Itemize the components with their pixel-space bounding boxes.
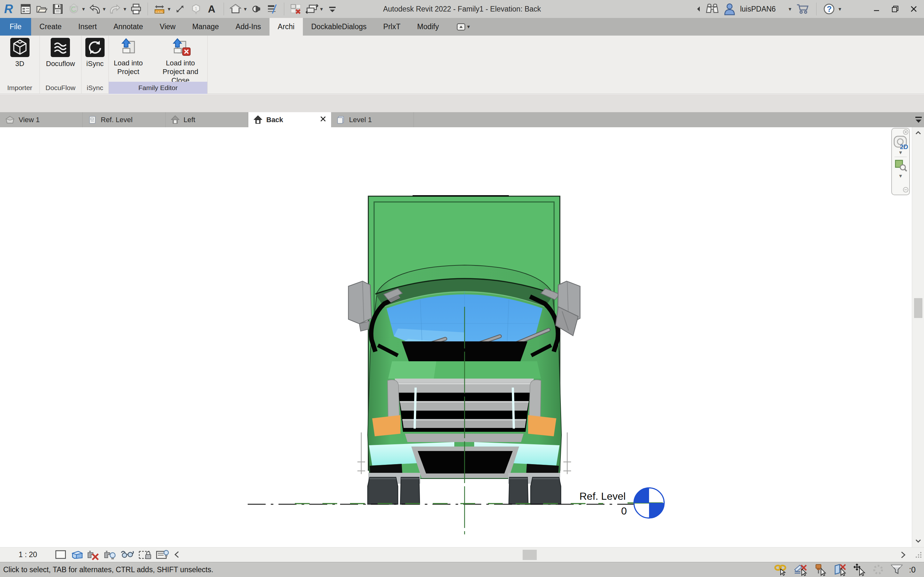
save-icon[interactable] <box>51 3 64 15</box>
select-by-face-icon[interactable] <box>833 563 847 576</box>
select-underlay-icon[interactable] <box>793 563 808 576</box>
zoom-dropdown-icon[interactable]: ▼ <box>892 174 909 178</box>
section-icon[interactable] <box>250 3 263 15</box>
steering-wheel-2d-icon[interactable]: 2D <box>892 135 909 150</box>
close-inactive-windows-icon[interactable] <box>289 3 302 15</box>
sync-icon[interactable] <box>67 3 80 15</box>
signed-in-user[interactable]: luisPDAN6 <box>740 5 776 13</box>
default-3d-dropdown[interactable]: ▾ <box>244 6 247 13</box>
undo-dropdown[interactable]: ▾ <box>103 6 106 13</box>
reveal-hidden-elements-icon[interactable] <box>155 549 170 560</box>
tab-insert[interactable]: Insert <box>70 18 105 35</box>
print-icon[interactable] <box>129 3 142 15</box>
infocenter-collapse-icon[interactable] <box>696 5 701 13</box>
account-icon[interactable] <box>724 3 736 15</box>
view-scale[interactable]: 1 : 20 <box>19 550 37 559</box>
panel-label-isync[interactable]: iSync <box>81 82 108 94</box>
view-tab-left[interactable]: Left <box>166 112 248 127</box>
help-icon[interactable]: ? <box>823 3 835 15</box>
shadows-icon[interactable] <box>103 549 117 560</box>
ref-level-line[interactable] <box>248 504 662 504</box>
importer-3d-button[interactable]: 3D <box>10 37 30 68</box>
view-tab-list-icon[interactable] <box>914 114 923 126</box>
tab-modify[interactable]: Modify <box>409 18 447 35</box>
3d-cube-icon <box>10 37 30 57</box>
view-tab-close-icon[interactable] <box>320 115 326 124</box>
zoom-region-icon[interactable] <box>892 159 909 172</box>
restore-button[interactable] <box>888 1 902 17</box>
status-bar: Click to select, TAB for alternates, CTR… <box>0 562 924 577</box>
redo-dropdown[interactable]: ▾ <box>124 6 126 13</box>
redo-icon[interactable] <box>109 3 121 15</box>
undo-icon[interactable] <box>88 3 101 15</box>
search-icon[interactable] <box>706 3 719 15</box>
drag-on-selection-icon[interactable] <box>853 563 867 576</box>
visual-style-icon[interactable] <box>70 549 83 560</box>
tab-manage[interactable]: Manage <box>184 18 227 35</box>
text-icon[interactable]: A <box>206 3 218 15</box>
level-marker[interactable]: Ref. Level 0 <box>580 488 664 518</box>
measure-dropdown[interactable]: ▾ <box>168 6 171 13</box>
tab-file[interactable]: File <box>0 18 31 35</box>
detail-level-icon[interactable] <box>55 549 67 560</box>
view-tab-back-active[interactable]: Back <box>248 112 331 127</box>
measure-icon[interactable] <box>153 3 166 15</box>
tab-archi[interactable]: Archi <box>270 18 303 35</box>
panel-label-family-editor[interactable]: Family Editor <box>109 82 207 94</box>
close-button[interactable] <box>907 1 921 17</box>
panel-label-importer[interactable]: Importer <box>0 82 39 94</box>
open-icon[interactable] <box>35 3 48 15</box>
horizontal-scroll-thumb[interactable] <box>523 550 537 560</box>
help-dropdown[interactable]: ▾ <box>838 6 841 13</box>
tab-annotate[interactable]: Annotate <box>105 18 152 35</box>
filter-icon[interactable] <box>890 563 904 576</box>
view-tab-level1[interactable]: Level 1 <box>331 112 414 127</box>
sun-path-icon[interactable] <box>87 549 100 560</box>
aligned-dimension-icon[interactable] <box>174 3 186 15</box>
scroll-down-icon[interactable] <box>914 537 922 545</box>
select-pinned-icon[interactable] <box>813 563 827 576</box>
level-name-text[interactable]: Ref. Level <box>580 490 626 502</box>
back-elevation-drawing[interactable]: Ref. Level 0 <box>0 127 912 547</box>
navbar-close-icon[interactable] <box>903 129 909 136</box>
view-tab-ref-level[interactable]: Ref. Level <box>83 112 166 127</box>
vcb-collapse-icon[interactable] <box>173 550 181 559</box>
select-links-icon[interactable] <box>774 563 788 576</box>
view-tab-view1[interactable]: View 1 <box>0 112 83 127</box>
store-cart-icon[interactable] <box>796 3 810 15</box>
thin-lines-icon[interactable] <box>266 3 279 15</box>
wheel-dropdown-icon[interactable]: ▼ <box>892 150 909 155</box>
ribbon-display-dropdown[interactable]: ▾ <box>467 23 470 30</box>
ribbon-display-toggle[interactable]: ▾ <box>456 18 470 35</box>
load-into-project-button[interactable]: Load intoProject <box>109 37 148 85</box>
temporary-hide-isolate-icon[interactable] <box>120 549 135 560</box>
tab-view[interactable]: View <box>152 18 184 35</box>
minimize-button[interactable] <box>869 1 884 17</box>
properties-icon[interactable] <box>19 3 32 15</box>
switch-windows-icon[interactable] <box>305 3 318 15</box>
scroll-right-icon[interactable] <box>899 550 907 560</box>
switch-windows-dropdown[interactable]: ▾ <box>320 6 323 13</box>
vertical-scroll-thumb[interactable] <box>914 298 922 318</box>
level-elevation-text[interactable]: 0 <box>621 505 627 517</box>
crop-region-icon[interactable] <box>138 549 152 560</box>
account-dropdown[interactable]: ▾ <box>788 6 792 13</box>
tab-create[interactable]: Create <box>31 18 70 35</box>
tab-dockabledialogs[interactable]: DockableDialogs <box>303 18 375 35</box>
panel-label-docuflow[interactable]: DocuFlow <box>40 82 81 94</box>
tag-icon[interactable]: 1 <box>190 3 202 15</box>
load-into-project-and-close-button[interactable]: Load intoProject and Close <box>153 37 207 85</box>
isync-button[interactable]: iSync <box>85 37 105 68</box>
resize-grip-icon[interactable] <box>914 551 923 559</box>
revit-logo-icon[interactable]: R <box>3 3 16 15</box>
navbar-collapse-icon[interactable] <box>903 187 909 194</box>
qat-customize-icon[interactable] <box>326 3 339 15</box>
tab-prlxt[interactable]: PrlxT <box>375 18 409 35</box>
scroll-up-icon[interactable] <box>914 129 922 137</box>
drawing-area[interactable]: Ref. Level 0 2D ▼ ▼ <box>0 127 912 547</box>
vertical-scrollbar[interactable] <box>912 127 924 547</box>
docuflow-button[interactable]: Docuflow <box>46 37 75 68</box>
tab-add-ins[interactable]: Add-Ins <box>227 18 269 35</box>
sync-dropdown[interactable]: ▾ <box>82 6 85 13</box>
default-3d-view-icon[interactable] <box>229 3 242 15</box>
